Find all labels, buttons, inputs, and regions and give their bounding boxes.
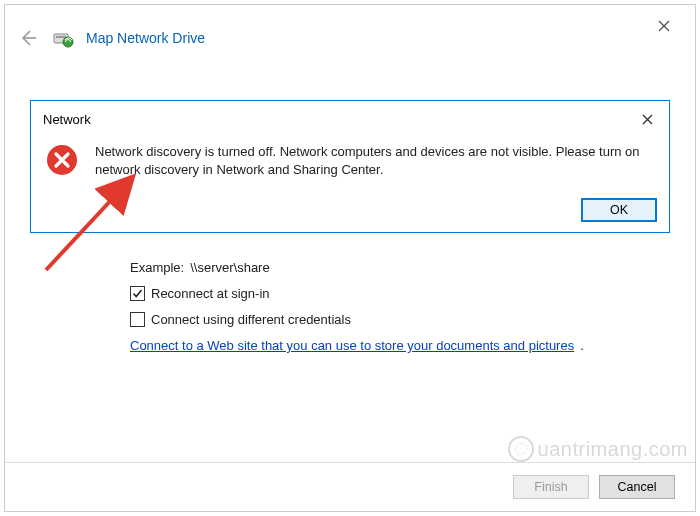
alert-ok-button[interactable]: OK — [581, 198, 657, 222]
website-link[interactable]: Connect to a Web site that you can use t… — [130, 338, 574, 353]
error-icon — [45, 143, 79, 180]
svg-rect-1 — [56, 36, 66, 38]
cancel-label: Cancel — [618, 480, 657, 494]
diffcreds-row[interactable]: Connect using different credentials — [130, 312, 660, 327]
example-path: \\server\share — [190, 260, 269, 275]
cancel-button[interactable]: Cancel — [599, 475, 675, 499]
wizard-title: Map Network Drive — [86, 30, 205, 46]
network-drive-icon — [52, 27, 74, 49]
wizard-footer: Finish Cancel — [5, 462, 695, 511]
alert-message: Network discovery is turned off. Network… — [95, 143, 655, 178]
wizard-form: Example: \\server\share Reconnect at sig… — [130, 260, 660, 353]
ok-label: OK — [610, 203, 628, 217]
finish-label: Finish — [534, 480, 567, 494]
diffcreds-checkbox[interactable] — [130, 312, 145, 327]
example-prefix: Example: — [130, 260, 184, 275]
alert-close-button[interactable] — [637, 109, 657, 129]
reconnect-checkbox[interactable] — [130, 286, 145, 301]
svg-point-2 — [63, 37, 73, 47]
finish-button: Finish — [513, 475, 589, 499]
reconnect-row[interactable]: Reconnect at sign-in — [130, 286, 660, 301]
alert-title: Network — [43, 112, 91, 127]
back-button[interactable] — [16, 26, 40, 50]
wizard-header: Map Network Drive — [16, 26, 684, 50]
network-alert-dialog: Network Network discovery is turned off.… — [30, 100, 670, 233]
diffcreds-label: Connect using different credentials — [151, 312, 351, 327]
example-row: Example: \\server\share — [130, 260, 660, 275]
reconnect-label: Reconnect at sign-in — [151, 286, 270, 301]
